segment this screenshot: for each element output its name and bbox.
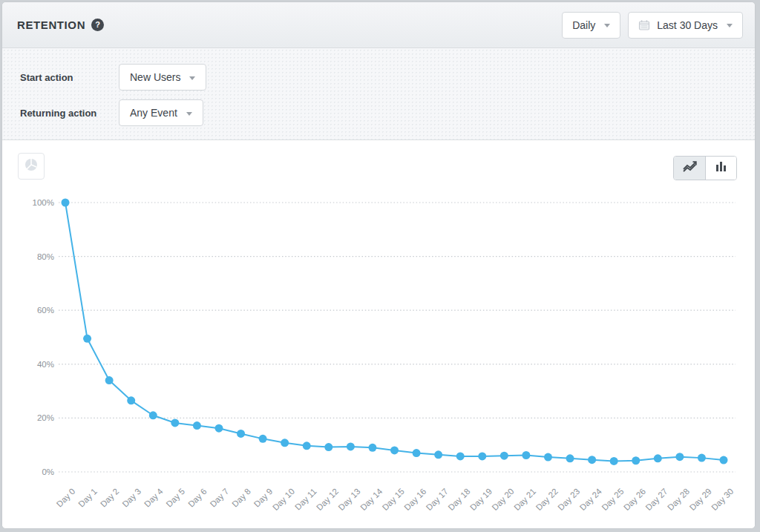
data-point[interactable] [720,456,728,464]
header-controls: Daily Last 30 Days [562,12,743,39]
data-point[interactable] [62,199,70,207]
data-point[interactable] [281,439,289,447]
start-action-label: Start action [20,72,119,83]
chevron-down-icon [189,76,195,80]
x-tick-label: Day 23 [556,487,581,512]
y-tick-label: 100% [33,198,54,207]
returning-action-value: Any Event [130,107,177,119]
data-point[interactable] [368,444,376,452]
x-tick-label: Day 13 [337,487,362,512]
x-tick-label: Day 5 [165,487,187,509]
x-tick-label: Day 3 [120,487,142,509]
y-tick-label: 60% [37,306,54,315]
y-tick-label: 0% [42,467,54,476]
x-tick-label: Day 11 [293,487,318,512]
x-tick-label: Day 6 [186,487,209,509]
x-tick-label: Day 16 [402,487,428,512]
x-tick-label: Day 26 [622,487,647,512]
chevron-down-icon [604,24,610,27]
y-tick-label: 80% [37,252,54,261]
x-tick-label: Day 17 [425,487,450,512]
chevron-down-icon [186,112,192,116]
data-point[interactable] [347,442,355,450]
x-tick-label: Day 30 [710,487,735,512]
calendar-icon [638,19,650,31]
x-tick-label: Day 24 [578,487,604,513]
retention-line [65,203,724,461]
data-point[interactable] [434,450,442,459]
x-tick-label: Day 29 [688,487,713,512]
granularity-dropdown-label: Daily [572,19,595,31]
start-action-value: New Users [130,71,180,83]
data-point[interactable] [522,451,530,459]
x-tick-label: Day 21 [512,487,537,512]
data-point[interactable] [237,430,245,438]
x-tick-label: Day 28 [666,487,691,512]
data-point[interactable] [632,456,640,464]
data-point[interactable] [83,335,91,343]
x-tick-label: Day 27 [643,487,669,512]
filters-panel: Start action New Users Returning action … [2,48,755,140]
chevron-down-icon [727,24,733,27]
x-tick-label: Day 4 [142,487,165,509]
start-action-row: Start action New Users [20,64,737,91]
data-point[interactable] [214,424,223,433]
returning-action-dropdown[interactable]: Any Event [119,99,203,126]
returning-action-label: Returning action [20,108,119,119]
data-point[interactable] [544,453,552,462]
y-tick-label: 20% [37,413,54,422]
data-point[interactable] [654,454,662,462]
x-tick-label: Day 7 [209,487,231,509]
data-point[interactable] [149,411,157,419]
x-tick-label: Day 1 [76,487,99,509]
x-tick-label: Day 25 [600,487,625,512]
x-tick-label: Day 14 [358,487,384,513]
data-point[interactable] [610,457,618,465]
data-point[interactable] [259,435,267,443]
data-point[interactable] [500,452,508,460]
x-tick-label: Day 12 [315,487,340,512]
data-point[interactable] [588,456,596,464]
x-tick-label: Day 19 [468,487,494,512]
retention-line-chart: 100%80%60%40%20%0%Day 0Day 1Day 2Day 3Da… [2,140,753,528]
data-point[interactable] [390,446,399,454]
chart-section: 100%80%60%40%20%0%Day 0Day 1Day 2Day 3Da… [2,140,755,528]
x-tick-label: Day 22 [534,487,560,512]
retention-report-card: RETENTION ? Daily Last 30 D [1,1,756,529]
help-icon[interactable]: ? [91,19,104,31]
data-point[interactable] [324,443,332,451]
start-action-dropdown[interactable]: New Users [119,64,206,91]
x-tick-label: Day 2 [99,487,121,509]
x-tick-label: Day 20 [490,487,515,512]
data-point[interactable] [698,454,706,462]
data-point[interactable] [456,452,465,460]
data-point[interactable] [105,376,114,384]
page-title: RETENTION [17,19,85,31]
x-tick-label: Day 0 [55,487,77,509]
date-range-dropdown-label: Last 30 Days [657,19,718,31]
x-tick-label: Day 18 [446,487,471,512]
y-tick-label: 40% [37,360,54,369]
returning-action-row: Returning action Any Event [20,99,737,126]
granularity-dropdown[interactable]: Daily [562,12,620,39]
x-tick-label: Day 8 [230,487,252,509]
x-tick-label: Day 10 [271,487,296,512]
x-tick-label: Day 15 [381,487,406,512]
date-range-dropdown[interactable]: Last 30 Days [628,12,743,39]
data-point[interactable] [413,449,421,457]
data-point[interactable] [566,454,574,462]
data-point[interactable] [478,452,486,460]
data-point[interactable] [303,441,311,450]
data-point[interactable] [127,396,135,404]
data-point[interactable] [171,418,179,427]
data-point[interactable] [193,421,201,430]
data-point[interactable] [675,453,684,461]
report-header: RETENTION ? Daily Last 30 D [2,2,755,48]
